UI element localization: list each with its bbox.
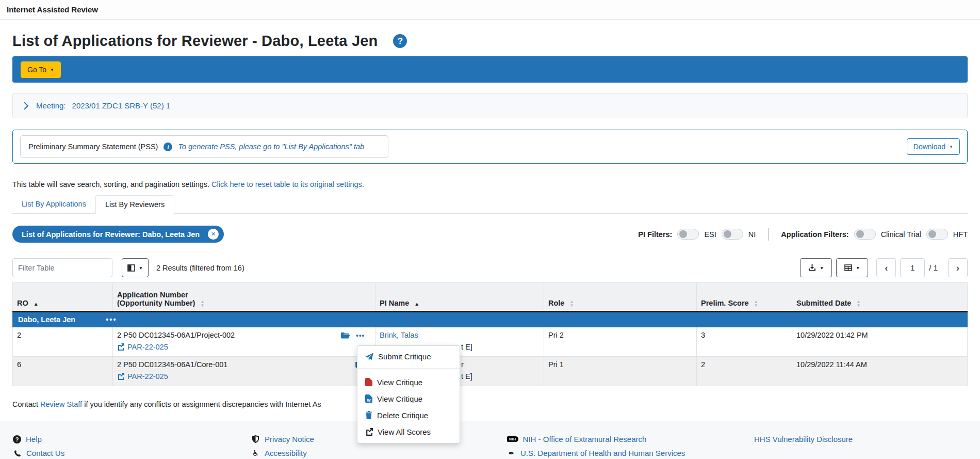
column-header-application-number[interactable]: Application Number (Opportunity Number) …: [113, 283, 375, 312]
application-number: 2 P50 DC012345-06A1/Project-002: [117, 331, 235, 339]
sort-ascending-icon: ▲: [414, 301, 419, 307]
sort-icon: ▲▼: [856, 300, 860, 307]
nih-logo: NIH: [507, 436, 518, 442]
pss-note: To generate PSS, please go to "List By A…: [178, 143, 364, 151]
filter-toggles: PI Filters: ESI NI Application Filters: …: [638, 228, 968, 241]
previous-page-button[interactable]: ‹: [876, 258, 896, 277]
column-header-submitted-date[interactable]: Submitted Date ▲▼: [792, 283, 968, 312]
footer-hhs-dept-link[interactable]: U.S. Department of Health and Human Serv…: [520, 449, 685, 457]
meeting-accordion[interactable]: Meeting: 2023/01 ZDC1 SRB-Y (52) 1: [12, 93, 968, 118]
help-circle-icon: ?: [13, 435, 21, 444]
menu-item-view-critique-pdf[interactable]: View Critique: [357, 374, 460, 390]
ni-toggle[interactable]: [722, 229, 743, 240]
clinical-trial-label: Clinical Trial: [881, 230, 921, 239]
meeting-label: Meeting:: [36, 101, 66, 110]
sort-icon: ▲▼: [754, 300, 758, 307]
settings-note: This table will save search, sorting, an…: [12, 180, 211, 188]
column-header-prelim-score[interactable]: Prelim. Score ▲▼: [697, 283, 792, 312]
reviewer-filter-label: List of Applications for Reviewer: Dabo,…: [22, 230, 200, 239]
chevron-down-icon: ▼: [139, 266, 143, 271]
prelim-score-value: 3: [697, 327, 792, 357]
pi-name-link[interactable]: Brink, Talas: [380, 331, 418, 339]
phone-icon: [13, 450, 22, 457]
reviewer-group-row: Dabo, Leeta Jen •••: [13, 312, 968, 327]
column-visibility-button[interactable]: ▼: [122, 258, 149, 277]
menu-item-view-critique-word[interactable]: w View Critique: [357, 390, 460, 407]
reviewer-filter-chip: List of Applications for Reviewer: Dabo,…: [12, 226, 224, 243]
review-staff-link[interactable]: Review Staff: [40, 400, 82, 408]
role-value: Pri 1: [544, 357, 697, 386]
grid-icon: [844, 264, 852, 271]
external-link-icon: [365, 428, 373, 436]
footer-help-link[interactable]: Help: [26, 435, 42, 444]
word-file-icon: w: [365, 394, 372, 403]
menu-item-submit-critique[interactable]: Submit Critique: [357, 346, 460, 369]
meeting-value: 2023/01 ZDC1 SRB-Y (52) 1: [72, 101, 171, 110]
clinical-trial-toggle[interactable]: [854, 229, 876, 240]
shield-icon: [251, 435, 260, 443]
quill-icon: ✒: [507, 449, 516, 457]
help-icon[interactable]: ?: [393, 34, 407, 48]
column-header-ro[interactable]: RO ▲: [13, 283, 113, 312]
footer-contact-us-link[interactable]: Contact Us: [26, 449, 64, 457]
reset-table-link[interactable]: Click here to reset table to its origina…: [211, 180, 364, 188]
results-count: 2 Results (filtered from 16): [156, 264, 244, 272]
tab-bar: List By Applications List By Reviewers: [12, 195, 968, 214]
submitted-date-value: 10/29/2022 11:44 AM: [792, 357, 968, 386]
applications-table: RO ▲ Application Number (Opportunity Num…: [12, 282, 968, 386]
pdf-file-icon: [365, 378, 372, 386]
chevron-down-icon: ▼: [856, 266, 860, 271]
chevron-down-icon: ▼: [50, 68, 54, 72]
hft-label: HFT: [953, 230, 968, 239]
paper-plane-icon: [365, 353, 373, 361]
application-filters-label: Application Filters:: [781, 230, 848, 239]
page-number-input[interactable]: [900, 258, 925, 277]
contact-note: Contact: [12, 400, 40, 408]
divider: [768, 228, 769, 241]
app-header: Internet Assisted Review: [0, 0, 980, 20]
reviewer-name: Dabo, Leeta Jen: [18, 315, 75, 324]
accessibility-icon: ♿: [251, 449, 260, 458]
tab-list-by-applications[interactable]: List By Applications: [12, 195, 95, 213]
ro-value: 6: [13, 357, 113, 386]
download-button[interactable]: Download ▼: [907, 138, 960, 155]
table-settings-button[interactable]: ▼: [836, 258, 868, 277]
footer-accessibility-link[interactable]: Accessibility: [265, 449, 307, 457]
contact-note-rest: if you identify any conflicts or assignm…: [82, 400, 321, 408]
column-header-role[interactable]: Role ▲▼: [544, 283, 697, 312]
info-icon[interactable]: i: [164, 143, 172, 151]
go-to-button[interactable]: Go To ▼: [21, 61, 61, 78]
footer-hhs-vulnerability-link[interactable]: HHS Vulnerability Disclosure: [754, 435, 853, 444]
app-title: Internet Assisted Review: [7, 5, 98, 14]
prelim-score-value: 2: [697, 357, 792, 386]
column-header-pi-name[interactable]: PI Name ▲: [375, 283, 544, 312]
next-page-button[interactable]: ›: [948, 258, 968, 277]
menu-item-view-all-scores[interactable]: View All Scores: [357, 423, 460, 440]
page-total: / 1: [929, 263, 938, 272]
submitted-date-value: 10/29/2022 01:42 PM: [792, 327, 968, 357]
external-link-icon: [117, 343, 124, 351]
open-folder-icon[interactable]: [340, 331, 350, 339]
filter-table-input[interactable]: [12, 258, 112, 277]
footer-nih-oer-link[interactable]: NIH - Office of Extramural Research: [523, 435, 647, 444]
opportunity-number-link[interactable]: PAR-22-025: [127, 372, 168, 381]
pss-label: Preliminary Summary Statement (PSS): [28, 143, 158, 151]
table-row: 2 2 P50 DC012345-06A1/Project-002 •••: [13, 327, 968, 357]
pss-panel: Preliminary Summary Statement (PSS) i To…: [12, 130, 968, 164]
footer-privacy-notice-link[interactable]: Privacy Notice: [265, 435, 314, 444]
ro-value: 2: [13, 327, 113, 357]
application-actions-ellipsis[interactable]: •••: [356, 331, 365, 339]
table-row: 6 2 P50 DC012345-06A1/Core-001: [13, 357, 968, 386]
tab-list-by-reviewers[interactable]: List By Reviewers: [95, 195, 174, 214]
hft-toggle[interactable]: [926, 229, 948, 240]
trash-icon: [365, 411, 372, 419]
page-footer: ? Help Contact Us Privacy Notice ♿ Acces…: [0, 421, 980, 459]
opportunity-number-link[interactable]: PAR-22-025: [127, 343, 168, 351]
reviewer-actions-ellipsis[interactable]: •••: [106, 315, 117, 324]
export-button[interactable]: ▼: [800, 258, 832, 277]
menu-item-delete-critique[interactable]: Delete Critique: [357, 407, 460, 423]
page-title: List of Applications for Reviewer - Dabo…: [12, 33, 378, 50]
close-icon[interactable]: ✕: [208, 229, 219, 240]
chevron-down-icon: ▼: [949, 145, 953, 149]
esi-toggle[interactable]: [677, 229, 699, 240]
